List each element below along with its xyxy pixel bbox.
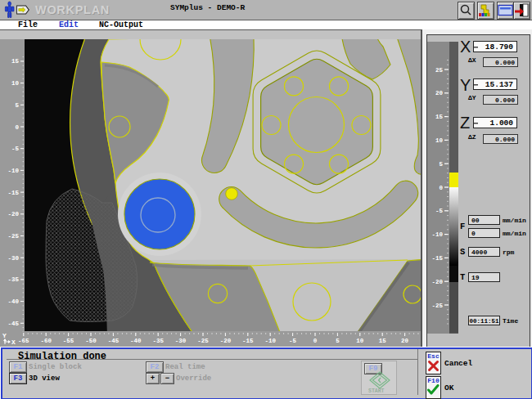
svg-text:15: 15: [435, 114, 444, 120]
svg-text:10: 10: [11, 80, 20, 87]
svg-text:5: 5: [336, 338, 340, 344]
svg-text:-10: -10: [7, 168, 19, 174]
svg-text:15: 15: [379, 338, 387, 344]
svg-text:-50: -50: [85, 338, 97, 344]
svg-text:25: 25: [435, 67, 444, 74]
svg-text:10: 10: [435, 137, 444, 144]
svg-text:-5: -5: [11, 146, 20, 152]
svg-text:-25: -25: [7, 233, 19, 240]
svg-text:20: 20: [401, 338, 409, 344]
svg-text:-10: -10: [264, 338, 276, 344]
svg-text:0: 0: [313, 338, 318, 344]
svg-text:-10: -10: [431, 231, 443, 238]
svg-text:-5: -5: [435, 208, 444, 214]
svg-text:-45: -45: [108, 338, 119, 344]
svg-text:-55: -55: [63, 338, 74, 344]
svg-text:-30: -30: [7, 255, 19, 262]
svg-text:-20: -20: [431, 279, 443, 285]
svg-text:-25: -25: [431, 303, 443, 309]
svg-text:-60: -60: [40, 338, 52, 344]
svg-text:15: 15: [11, 58, 20, 65]
svg-text:5: 5: [15, 102, 19, 109]
svg-text:-25: -25: [197, 338, 209, 344]
svg-text:X: X: [11, 338, 16, 346]
svg-text:10: 10: [356, 338, 364, 344]
svg-text:-5: -5: [289, 338, 297, 344]
svg-text:-35: -35: [152, 338, 164, 344]
svg-text:5: 5: [439, 161, 443, 168]
svg-text:-65: -65: [18, 338, 29, 344]
svg-text:-35: -35: [7, 276, 19, 283]
svg-text:-15: -15: [7, 190, 19, 196]
svg-text:20: 20: [435, 90, 444, 96]
svg-text:-15: -15: [242, 338, 254, 344]
svg-text:-20: -20: [220, 338, 232, 344]
svg-text:-40: -40: [130, 338, 142, 344]
svg-text:-45: -45: [7, 321, 19, 327]
svg-text:-30: -30: [175, 338, 187, 344]
svg-text:Y: Y: [2, 332, 7, 339]
svg-text:-40: -40: [7, 298, 19, 305]
svg-text:-15: -15: [431, 255, 443, 262]
svg-text:0: 0: [439, 185, 443, 191]
svg-text:0: 0: [15, 124, 19, 131]
svg-text:-20: -20: [7, 211, 19, 217]
